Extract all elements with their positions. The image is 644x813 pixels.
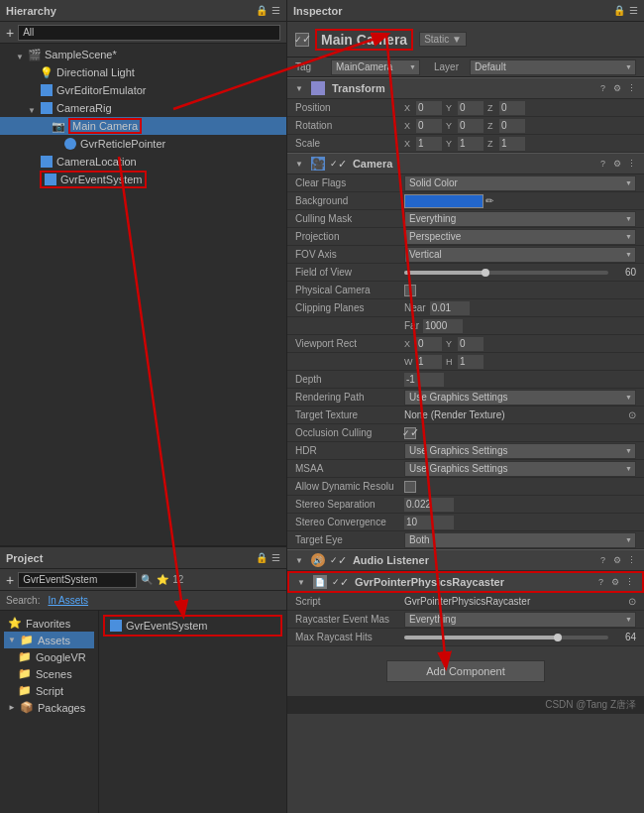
assets-expand-icon: ▼ — [8, 636, 16, 644]
audio-active-checkbox[interactable]: ✓ — [332, 553, 346, 567]
gvr-menu-icon[interactable]: ⋮ — [625, 577, 634, 587]
layer-dropdown[interactable]: Default — [470, 59, 636, 75]
project-search-input[interactable] — [18, 572, 137, 588]
color-picker-icon[interactable]: ✏ — [485, 195, 493, 206]
max-hits-value: 64 — [612, 632, 636, 642]
project-menu-icon[interactable]: ☰ — [271, 552, 280, 563]
hierarchy-lock-icon[interactable]: 🔒 — [256, 5, 268, 16]
rotation-y-input[interactable] — [458, 119, 483, 133]
static-button[interactable]: Static ▼ — [419, 32, 467, 47]
audio-menu-icon[interactable]: ⋮ — [627, 555, 636, 565]
audio-listener-component-header: ▼ 🔊 ✓ Audio Listener ? ⚙ ⋮ — [287, 549, 644, 571]
camera-help-icon[interactable]: ? — [600, 159, 605, 169]
viewport-w-input[interactable] — [416, 355, 442, 369]
rendering-path-dropdown[interactable]: Use Graphics Settings — [404, 390, 636, 406]
culling-mask-dropdown[interactable]: Everything — [404, 211, 636, 227]
hierarchy-item-samplescene[interactable]: 🎬 SampleScene* — [0, 46, 286, 63]
inspector-menu-icon[interactable]: ☰ — [629, 5, 638, 16]
project-assets-item[interactable]: ▼ 📁 Assets — [4, 632, 94, 648]
allow-dynamic-checkbox[interactable] — [404, 481, 416, 493]
main-camera-name: Main Camera — [315, 29, 413, 51]
position-label: Position — [295, 102, 404, 113]
position-row: Position X Y Z — [287, 99, 644, 117]
position-y-input[interactable] — [458, 101, 483, 115]
project-script-item[interactable]: 📁 Script — [4, 682, 94, 699]
stereo-conv-input[interactable] — [404, 516, 454, 529]
fov-axis-dropdown[interactable]: Vertical — [404, 247, 636, 263]
hierarchy-search-input[interactable] — [18, 25, 280, 41]
scale-x-input[interactable] — [416, 137, 442, 151]
fov-slider-track[interactable] — [404, 271, 608, 275]
target-eye-dropdown[interactable]: Both — [404, 532, 636, 548]
camera-menu-icon[interactable]: ⋮ — [627, 159, 636, 169]
hierarchy-add-button[interactable]: + — [6, 25, 14, 41]
project-packages-item[interactable]: ► 📦 Packages — [4, 699, 94, 716]
add-component-button[interactable]: Add Component — [386, 660, 545, 682]
project-gvreventsystem-item[interactable]: GvrEventSystem — [103, 615, 282, 637]
scale-z-input[interactable] — [499, 137, 525, 151]
near-input[interactable] — [430, 301, 470, 315]
project-title: Project — [6, 552, 43, 564]
project-scenes-item[interactable]: 📁 Scenes — [4, 665, 94, 682]
hierarchy-item-gvreventsystem[interactable]: GvrEventSystem — [0, 171, 286, 188]
stereo-sep-input[interactable] — [404, 498, 454, 512]
far-input[interactable] — [423, 319, 463, 333]
rotation-z-input[interactable] — [499, 119, 525, 133]
project-add-button[interactable]: + — [6, 572, 14, 588]
gvr-active-checkbox[interactable]: ✓ — [334, 575, 348, 589]
hierarchy-item-gvreditoremulator[interactable]: GvrEditorEmulator — [0, 81, 286, 99]
occlusion-checkbox[interactable]: ✓ — [404, 427, 416, 439]
rotation-x-field: X — [404, 119, 442, 133]
packages-folder-icon: 📦 — [20, 701, 34, 714]
msaa-dropdown[interactable]: Use Graphics Settings — [404, 461, 636, 477]
max-hits-slider-track[interactable] — [404, 636, 608, 639]
project-lock-icon[interactable]: 🔒 — [256, 552, 268, 563]
position-x-input[interactable] — [416, 101, 442, 115]
hierarchy-menu-icon[interactable]: ☰ — [271, 5, 280, 16]
background-color-swatch[interactable] — [404, 194, 483, 208]
script-pick-icon[interactable]: ⊙ — [628, 596, 636, 607]
depth-input[interactable] — [404, 373, 444, 387]
hier-label-maincamera: Main Camera — [72, 120, 138, 132]
hierarchy-item-gvrreticle[interactable]: GvrReticlePointer — [0, 135, 286, 153]
hierarchy-item-maincamera[interactable]: 📷 Main Camera — [0, 117, 286, 135]
gvr-component-name: GvrPointerPhysicsRaycaster — [355, 576, 594, 588]
gvr-help-icon[interactable]: ? — [598, 577, 603, 587]
packages-expand-icon: ► — [8, 703, 16, 712]
physical-camera-checkbox[interactable] — [404, 285, 416, 296]
viewport-h-input[interactable] — [458, 355, 483, 369]
position-z-input[interactable] — [499, 101, 525, 115]
event-mask-dropdown[interactable]: Everything — [404, 612, 636, 628]
audio-settings-icon[interactable]: ⚙ — [613, 555, 621, 565]
hierarchy-item-camerarig[interactable]: CameraRig — [0, 99, 286, 117]
msaa-value: Use Graphics Settings — [409, 463, 508, 474]
object-active-checkbox[interactable]: ✓ — [295, 33, 309, 47]
tag-dropdown[interactable]: MainCamera — [331, 59, 420, 75]
transform-menu-icon[interactable]: ⋮ — [627, 83, 636, 93]
position-z-field: Z — [487, 101, 525, 115]
camera-settings-icon[interactable]: ⚙ — [613, 159, 621, 169]
target-texture-pick-icon[interactable]: ⊙ — [628, 409, 636, 420]
viewport-y-input[interactable] — [458, 337, 483, 351]
scale-y-input[interactable] — [458, 137, 483, 151]
clear-flags-dropdown[interactable]: Solid Color — [404, 175, 636, 191]
transform-settings-icon[interactable]: ⚙ — [613, 83, 621, 93]
camera-active-checkbox[interactable]: ✓ — [332, 157, 346, 171]
transform-help-icon[interactable]: ? — [600, 83, 605, 93]
projection-dropdown[interactable]: Perspective — [404, 229, 636, 245]
hierarchy-item-cameralocation[interactable]: CameraLocation — [0, 153, 286, 171]
project-header-icons: 🔒 ☰ — [256, 552, 280, 563]
position-xyz-group: X Y Z — [404, 101, 636, 115]
audio-help-icon[interactable]: ? — [600, 555, 605, 565]
inspector-lock-icon[interactable]: 🔒 — [613, 5, 625, 16]
rotation-x-input[interactable] — [416, 119, 442, 133]
hdr-dropdown[interactable]: Use Graphics Settings — [404, 443, 636, 459]
viewport-x-input[interactable] — [416, 337, 442, 351]
project-favorites-item[interactable]: ⭐ Favorites — [4, 615, 94, 632]
scale-xyz-group: X Y Z — [404, 137, 636, 151]
hierarchy-item-directional-light[interactable]: 💡 Directional Light — [0, 63, 286, 81]
in-assets-link[interactable]: In Assets — [48, 595, 88, 606]
transform-icon — [311, 81, 325, 95]
project-googlevr-item[interactable]: 📁 GoogleVR — [4, 648, 94, 665]
gvr-settings-icon[interactable]: ⚙ — [611, 577, 619, 587]
